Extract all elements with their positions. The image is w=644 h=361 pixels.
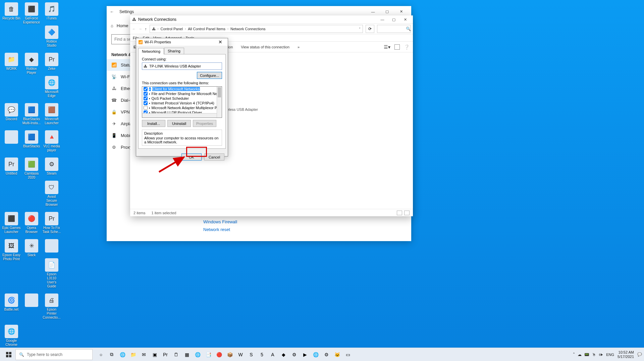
preview-pane-toggle[interactable] <box>394 44 400 50</box>
desktop-icon[interactable]: 🖨Epson Printer Connectio... <box>42 294 61 320</box>
start-button[interactable] <box>2 348 15 361</box>
protocol-checkbox[interactable] <box>144 87 148 91</box>
bc-control-panel[interactable]: Control Panel <box>161 27 183 31</box>
desktop-icon[interactable]: 🖼Epson Easy Photo Print <box>2 239 21 261</box>
taskbar-app[interactable]: ▦ <box>182 350 192 360</box>
bc-all-items[interactable]: All Control Panel Items <box>188 27 225 31</box>
nc-close-button[interactable]: ✕ <box>399 16 411 23</box>
taskbar-app[interactable]: ▶ <box>300 350 310 360</box>
tray-icon[interactable]: ˄ <box>573 352 575 357</box>
desktop-icon[interactable]: 📁WORK <box>2 53 21 71</box>
desktop-icon[interactable]: ⬛Epic Games Launcher <box>2 212 21 234</box>
nav-back-button[interactable]: ← <box>132 27 136 31</box>
network-reset-link[interactable]: Network reset <box>203 227 405 232</box>
taskbar-app[interactable]: ⚙ <box>321 350 331 360</box>
desktop-icon[interactable]: ⚙Steam <box>42 157 61 176</box>
desktop-icon[interactable] <box>42 239 61 253</box>
protocol-checkbox[interactable] <box>144 96 148 100</box>
desktop-icon[interactable]: ◆Roblox Player <box>22 53 41 75</box>
desktop-icon[interactable]: 🌀Battle.net <box>2 294 21 312</box>
wifi-dlg-titlebar[interactable]: 📶 Wi-Fi Properties ✕ <box>136 38 228 46</box>
desktop-icon[interactable]: 💬Discord <box>2 103 21 121</box>
protocol-checkbox[interactable] <box>144 106 148 110</box>
desktop-icon[interactable]: ✳Slack <box>22 239 41 257</box>
protocol-item[interactable]: ▪Internet Protocol Version 4 (TCP/IPv4) <box>142 101 222 105</box>
taskbar-app[interactable]: 📑 <box>203 350 213 360</box>
protocol-item[interactable]: ▪File and Printer Sharing for Microsoft … <box>142 91 222 96</box>
cancel-button[interactable]: Cancel <box>204 153 224 161</box>
taskbar-app[interactable]: A <box>268 350 278 360</box>
taskbar-search[interactable]: 🔍 Type here to search <box>15 349 93 360</box>
bc-network-connections[interactable]: Network Connections <box>230 27 266 31</box>
nav-forward-button[interactable]: → <box>139 27 142 31</box>
taskbar-app[interactable]: Pr <box>160 350 170 360</box>
desktop-icon[interactable]: 🎵iTunes <box>42 2 61 20</box>
minimize-button[interactable]: — <box>366 7 380 16</box>
close-button[interactable]: ✕ <box>394 7 408 16</box>
refresh-button[interactable]: ⟳ <box>366 25 374 33</box>
breadcrumb-dropdown-icon[interactable]: ˅ <box>359 27 361 31</box>
view-options-icon[interactable]: ☰▾ <box>384 44 390 50</box>
taskbar-app[interactable]: ⧉ <box>107 350 117 360</box>
nav-up-button[interactable]: ↑ <box>145 27 147 31</box>
adapter-item-label[interactable]: reless USB Adapter <box>226 107 261 111</box>
desktop-icon[interactable]: 🔷Roblox Studio <box>42 26 61 48</box>
desktop-icon[interactable] <box>2 130 21 144</box>
tray-icon[interactable]: 🖱 <box>592 352 596 357</box>
taskbar-app[interactable]: 🌐 <box>193 350 203 360</box>
tray-icon[interactable]: 📟 <box>584 352 589 357</box>
desktop-icon[interactable]: ⬛GeForce Experience <box>22 2 41 25</box>
tab-networking[interactable]: Networking <box>138 48 164 54</box>
taskbar-app[interactable]: S <box>246 350 256 360</box>
taskbar-app[interactable]: 📁 <box>128 350 138 360</box>
taskbar-app[interactable]: ▣ <box>150 350 160 360</box>
desktop-icon[interactable]: 🟦BlueStacks <box>22 130 41 148</box>
desktop-icon[interactable]: 🟦BlueStacks Multi-Insta... <box>22 103 41 125</box>
configure-button[interactable]: Configure... <box>197 72 222 79</box>
protocol-checkbox[interactable] <box>144 101 148 105</box>
desktop-icon[interactable]: 🌐Microsoft Edge <box>42 76 61 98</box>
horizontal-scrollbar[interactable] <box>142 113 217 118</box>
details-view-icon[interactable] <box>397 211 402 215</box>
protocol-item[interactable]: ▪Client for Microsoft Networks <box>142 87 222 91</box>
tool-view-status[interactable]: View status of this connection <box>241 45 289 49</box>
large-icons-view-icon[interactable] <box>404 211 410 215</box>
taskbar-app[interactable]: W <box>235 350 246 360</box>
protocol-item[interactable]: ▪QoS Packet Scheduler <box>142 96 222 101</box>
nc-titlebar[interactable]: 🖧 Network Connections — ▢ ✕ <box>130 15 413 24</box>
windows-firewall-link[interactable]: Windows Firewall <box>203 219 405 224</box>
taskbar-app[interactable]: ▭ <box>343 350 353 360</box>
taskbar-app[interactable]: 🐱 <box>332 350 342 360</box>
tray-icon[interactable]: 🕪 <box>599 352 603 357</box>
desktop-icon[interactable]: 🛡Avast Secure Browser <box>42 181 61 207</box>
settings-back-button[interactable]: ← <box>110 9 114 14</box>
taskbar-app[interactable]: 🌐 <box>311 350 321 360</box>
desktop-icon[interactable]: PrZeke <box>42 53 61 71</box>
desktop-icon[interactable]: PrUntitled <box>2 157 21 176</box>
nc-maximize-button[interactable]: ▢ <box>388 16 399 23</box>
desktop-icon[interactable]: 🟫Minecraft Launcher <box>42 103 61 125</box>
tab-sharing[interactable]: Sharing <box>164 48 184 54</box>
notifications-icon[interactable]: 💬 <box>637 352 642 357</box>
wifi-dlg-close-button[interactable]: ✕ <box>215 39 226 45</box>
desktop-icon[interactable]: 🗑Recycle Bin <box>2 2 21 20</box>
taskbar-app[interactable]: ✉ <box>139 350 149 360</box>
taskbar-app[interactable]: ○ <box>96 350 106 360</box>
protocol-list[interactable]: ▪Client for Microsoft Networks▪File and … <box>142 86 222 118</box>
taskbar-app[interactable]: ◆ <box>278 350 288 360</box>
desktop-icon[interactable]: 🔺VLC media player <box>42 130 61 152</box>
tool-overflow[interactable]: » <box>298 45 300 49</box>
taskbar-app[interactable]: 5 <box>257 350 267 360</box>
ok-button[interactable]: OK <box>181 153 202 161</box>
desktop-icon[interactable]: 📄Epson L3110 User's Guide <box>42 258 61 288</box>
taskbar-app[interactable]: 🌐 <box>117 350 127 360</box>
nc-minimize-button[interactable]: — <box>377 16 388 23</box>
help-icon[interactable]: ❔ <box>404 44 410 50</box>
properties-button[interactable]: Properties <box>193 120 216 127</box>
desktop-icon[interactable]: 🔴Opera Browser <box>22 212 41 234</box>
protocol-item[interactable]: ▪Microsoft Network Adapter Multiplexor P… <box>142 105 222 110</box>
taskbar-app[interactable]: ⚙ <box>289 350 299 360</box>
maximize-button[interactable]: ▢ <box>380 7 394 16</box>
vertical-scrollbar[interactable] <box>217 87 222 118</box>
desktop-icon[interactable]: 🟩Camtasia 2020 <box>22 157 41 180</box>
